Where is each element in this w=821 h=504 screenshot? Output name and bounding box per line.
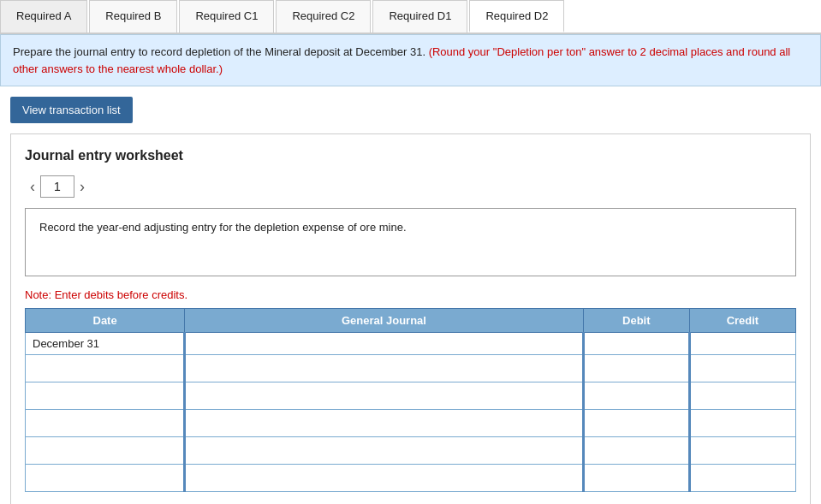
table-row: December 31 (26, 333, 796, 355)
description-text: Record the year-end adjusting entry for … (39, 221, 407, 234)
tab-req-d2[interactable]: Required D2 (469, 0, 564, 33)
table-row (26, 437, 796, 465)
date-cell-5 (26, 465, 185, 492)
credit-input-0[interactable] (691, 333, 795, 354)
credit-cell-0 (689, 333, 795, 355)
date-input-5[interactable] (33, 468, 176, 488)
debit-input-2[interactable] (585, 382, 688, 409)
next-page-button[interactable]: › (74, 176, 90, 198)
prev-page-button[interactable]: ‹ (25, 176, 40, 198)
date-cell-4 (26, 437, 185, 465)
date-cell-1 (26, 355, 185, 382)
debit-input-1[interactable] (585, 355, 688, 382)
table-row (26, 465, 796, 492)
credit-input-4[interactable] (691, 437, 795, 464)
credit-cell-4 (689, 437, 795, 465)
debit-cell-0 (583, 333, 689, 355)
journal-table: Date General Journal Debit Credit Decemb… (25, 308, 796, 492)
gj-cell-5 (185, 465, 584, 492)
date-input-3[interactable] (33, 413, 176, 433)
gj-cell-1 (185, 355, 584, 382)
date-input-1[interactable] (33, 359, 176, 378)
credit-cell-1 (689, 355, 795, 382)
col-header-date: Date (26, 309, 185, 333)
col-header-gj: General Journal (185, 309, 584, 333)
credit-cell-5 (689, 465, 795, 492)
tab-req-c2[interactable]: Required C2 (276, 0, 371, 33)
worksheet-container: Journal entry worksheet ‹ 1 › Record the… (10, 133, 811, 504)
gj-cell-2 (185, 382, 584, 410)
gj-cell-4 (185, 437, 584, 465)
gj-input-5[interactable] (186, 465, 582, 491)
nav-row: ‹ 1 › (25, 175, 796, 198)
table-row (26, 382, 796, 410)
instruction-main: Prepare the journal entry to record depl… (13, 45, 425, 58)
table-row (26, 355, 796, 382)
date-cell-2 (26, 382, 185, 410)
tab-req-c1[interactable]: Required C1 (179, 0, 274, 33)
gj-input-4[interactable] (186, 437, 582, 464)
col-header-debit: Debit (583, 309, 689, 333)
gj-input-3[interactable] (186, 410, 582, 436)
debit-cell-3 (583, 410, 689, 437)
tab-req-a[interactable]: Required A (0, 0, 87, 33)
credit-input-3[interactable] (691, 410, 795, 436)
tab-req-d1[interactable]: Required D1 (372, 0, 467, 33)
debit-cell-1 (583, 355, 689, 382)
debit-input-5[interactable] (585, 465, 688, 491)
date-cell-0: December 31 (26, 333, 185, 355)
worksheet-title: Journal entry worksheet (25, 148, 796, 163)
description-box: Record the year-end adjusting entry for … (25, 208, 796, 276)
view-transaction-button[interactable]: View transaction list (10, 97, 133, 123)
note-text: Note: Enter debits before credits. (25, 288, 796, 301)
credit-input-2[interactable] (691, 382, 795, 409)
tabs-bar: Required ARequired BRequired C1Required … (0, 0, 821, 34)
table-row (26, 410, 796, 437)
page-number: 1 (40, 175, 74, 198)
credit-cell-3 (689, 410, 795, 437)
debit-input-4[interactable] (585, 437, 688, 464)
debit-cell-4 (583, 437, 689, 465)
credit-input-5[interactable] (691, 465, 795, 491)
gj-input-0[interactable] (186, 333, 582, 354)
gj-input-1[interactable] (186, 355, 582, 382)
credit-cell-2 (689, 382, 795, 410)
date-input-4[interactable] (33, 441, 176, 460)
gj-cell-3 (185, 410, 584, 437)
date-cell-3 (26, 410, 185, 437)
tab-req-b[interactable]: Required B (89, 0, 177, 33)
col-header-credit: Credit (689, 309, 795, 333)
instruction-banner: Prepare the journal entry to record depl… (0, 34, 821, 86)
gj-input-2[interactable] (186, 382, 582, 409)
debit-input-0[interactable] (585, 333, 688, 354)
debit-input-3[interactable] (585, 410, 688, 436)
debit-cell-2 (583, 382, 689, 410)
gj-cell-0 (185, 333, 584, 355)
debit-cell-5 (583, 465, 689, 492)
date-input-2[interactable] (33, 386, 176, 406)
credit-input-1[interactable] (691, 355, 795, 382)
